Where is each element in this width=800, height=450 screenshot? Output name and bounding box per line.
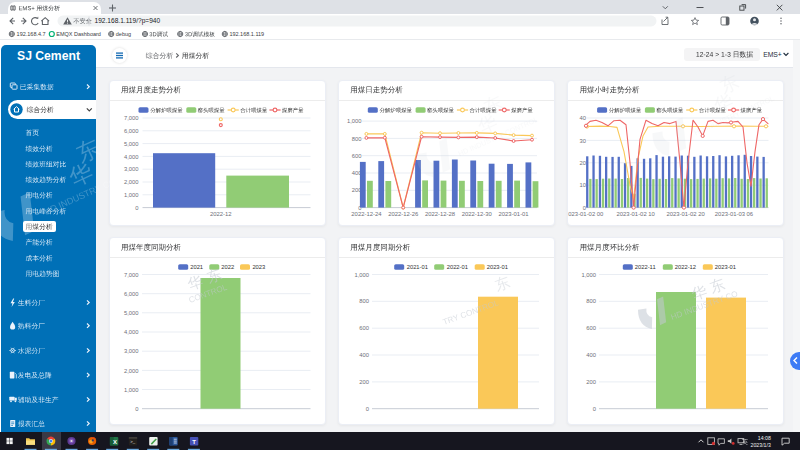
svg-text:6,000: 6,000	[124, 128, 139, 134]
svg-text:192.168.1.119: 192.168.1.119	[229, 31, 264, 37]
svg-text:2023-01-02 20: 2023-01-02 20	[666, 211, 705, 217]
svg-text:6,000: 6,000	[124, 291, 139, 297]
svg-text:SJ Cement: SJ Cement	[17, 49, 80, 63]
svg-text:EMQX Dashboard: EMQX Dashboard	[56, 31, 101, 37]
svg-text:2022-12-30: 2022-12-30	[462, 211, 493, 217]
svg-text:1,000: 1,000	[354, 272, 369, 278]
svg-text:800: 800	[359, 298, 369, 304]
svg-text:2023/1/3: 2023/1/3	[751, 442, 771, 448]
svg-text:192.168.4.7: 192.168.4.7	[17, 31, 46, 37]
svg-text:5,000: 5,000	[124, 141, 139, 147]
svg-text:600: 600	[359, 325, 369, 331]
svg-text:2022: 2022	[221, 264, 234, 270]
svg-text:X: X	[113, 439, 117, 445]
svg-text:2023-01: 2023-01	[487, 264, 508, 270]
svg-text:debug: debug	[116, 31, 131, 37]
svg-text:20: 20	[580, 160, 586, 166]
svg-text:0: 0	[583, 205, 586, 211]
svg-text:30: 30	[580, 138, 586, 144]
svg-text:2021-01: 2021-01	[407, 264, 428, 270]
svg-text:5,000: 5,000	[124, 310, 139, 316]
svg-text:2022-01: 2022-01	[447, 264, 468, 270]
svg-text:800: 800	[352, 136, 362, 142]
svg-text:2023-01: 2023-01	[715, 264, 736, 270]
svg-text:023-01-02 00: 023-01-02 00	[568, 211, 604, 217]
svg-text:0: 0	[593, 406, 596, 412]
svg-text:2023-01-03 06: 2023-01-03 06	[715, 211, 754, 217]
svg-text:7,000: 7,000	[124, 272, 139, 278]
svg-text:2022-12-28: 2022-12-28	[425, 211, 456, 217]
svg-text:2023: 2023	[252, 264, 265, 270]
svg-text:1,000: 1,000	[581, 272, 596, 278]
svg-text:T: T	[192, 439, 196, 445]
svg-text:800: 800	[586, 298, 596, 304]
svg-text:EMS+: EMS+	[763, 51, 782, 58]
svg-text:2022-11: 2022-11	[635, 264, 656, 270]
svg-text:3,000: 3,000	[124, 348, 139, 354]
svg-text:192.168.1.119/?p=940: 192.168.1.119/?p=940	[95, 17, 161, 25]
svg-text:2022-12-24: 2022-12-24	[351, 211, 382, 217]
svg-text:0: 0	[135, 205, 138, 211]
svg-text:600: 600	[352, 153, 362, 159]
svg-text:14:08: 14:08	[758, 435, 771, 441]
svg-text:2022-12-26: 2022-12-26	[388, 211, 419, 217]
svg-text:0: 0	[366, 406, 369, 412]
svg-text:2023-01-02 10: 2023-01-02 10	[617, 211, 656, 217]
svg-text:40: 40	[580, 115, 586, 121]
svg-text:0: 0	[135, 406, 138, 412]
svg-text:1,000: 1,000	[347, 118, 362, 124]
svg-text:2023-01-01: 2023-01-01	[499, 211, 529, 217]
svg-text:400: 400	[586, 352, 596, 358]
svg-text:400: 400	[359, 352, 369, 358]
svg-text:4,000: 4,000	[124, 154, 139, 160]
svg-text:>_: >_	[130, 439, 135, 444]
svg-text:4,000: 4,000	[124, 329, 139, 335]
svg-text:1,000: 1,000	[124, 192, 139, 198]
svg-text:2022-12: 2022-12	[210, 211, 232, 217]
svg-text:2,000: 2,000	[124, 368, 139, 374]
svg-text:7,000: 7,000	[124, 115, 139, 121]
svg-text:600: 600	[586, 325, 596, 331]
svg-text:2022-12: 2022-12	[675, 264, 696, 270]
svg-text:2021: 2021	[190, 264, 203, 270]
svg-text:2,000: 2,000	[124, 179, 139, 185]
svg-text:10: 10	[580, 182, 586, 188]
svg-text:200: 200	[586, 379, 596, 385]
svg-text:1,000: 1,000	[124, 387, 139, 393]
svg-text:200: 200	[359, 379, 369, 385]
